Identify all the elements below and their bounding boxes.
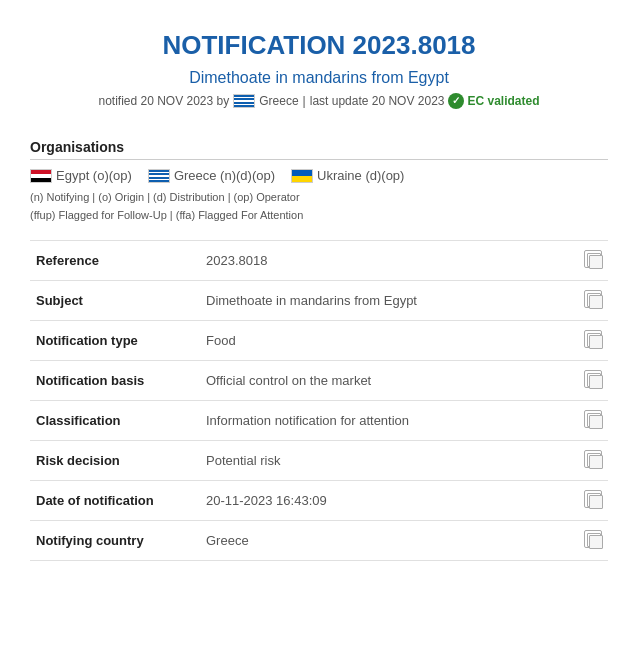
detail-value: Potential risk bbox=[200, 441, 578, 481]
legend-line1: (n) Notifying | (o) Origin | (d) Distrib… bbox=[30, 189, 608, 207]
ukraine-flag-icon bbox=[291, 169, 313, 183]
detail-table: Reference2023.8018SubjectDimethoate in m… bbox=[30, 240, 608, 561]
org-flags-list: Egypt (o)(op) Greece (n)(d)(op) Ukraine … bbox=[30, 168, 608, 183]
detail-label: Notification type bbox=[30, 321, 200, 361]
meta-separator: | bbox=[303, 94, 306, 108]
table-row: Notifying countryGreece bbox=[30, 521, 608, 561]
copy-icon[interactable] bbox=[584, 450, 602, 468]
copy-cell bbox=[578, 401, 608, 441]
detail-label: Reference bbox=[30, 241, 200, 281]
copy-icon[interactable] bbox=[584, 330, 602, 348]
organisations-section: Organisations Egypt (o)(op) Greece (n)(d… bbox=[30, 139, 608, 224]
detail-value: Greece bbox=[200, 521, 578, 561]
copy-icon[interactable] bbox=[584, 490, 602, 508]
notification-subtitle: Dimethoate in mandarins from Egypt bbox=[30, 69, 608, 87]
detail-value: 2023.8018 bbox=[200, 241, 578, 281]
table-row: SubjectDimethoate in mandarins from Egyp… bbox=[30, 281, 608, 321]
copy-cell bbox=[578, 481, 608, 521]
detail-label: Notification basis bbox=[30, 361, 200, 401]
detail-label: Notifying country bbox=[30, 521, 200, 561]
copy-cell bbox=[578, 321, 608, 361]
table-row: Notification typeFood bbox=[30, 321, 608, 361]
header-meta: notified 20 NOV 2023 by Greece | last up… bbox=[30, 93, 608, 109]
detail-label: Subject bbox=[30, 281, 200, 321]
greece-label: Greece (n)(d)(op) bbox=[174, 168, 275, 183]
greece-flag-icon-org bbox=[148, 169, 170, 183]
copy-icon[interactable] bbox=[584, 290, 602, 308]
greece-flag-icon bbox=[233, 94, 255, 108]
copy-icon[interactable] bbox=[584, 370, 602, 388]
copy-cell bbox=[578, 281, 608, 321]
notifying-country-name: Greece bbox=[259, 94, 298, 108]
meta-last-update: last update 20 NOV 2023 bbox=[310, 94, 445, 108]
organisations-title: Organisations bbox=[30, 139, 608, 160]
detail-label: Risk decision bbox=[30, 441, 200, 481]
org-ukraine: Ukraine (d)(op) bbox=[291, 168, 404, 183]
table-row: Notification basisOfficial control on th… bbox=[30, 361, 608, 401]
table-row: ClassificationInformation notification f… bbox=[30, 401, 608, 441]
egypt-flag-icon bbox=[30, 169, 52, 183]
page-title: NOTIFICATION 2023.8018 bbox=[30, 30, 608, 61]
org-greece: Greece (n)(d)(op) bbox=[148, 168, 275, 183]
copy-cell bbox=[578, 441, 608, 481]
copy-icon[interactable] bbox=[584, 530, 602, 548]
ukraine-label: Ukraine (d)(op) bbox=[317, 168, 404, 183]
ec-validated-label: EC validated bbox=[467, 94, 539, 108]
copy-cell bbox=[578, 241, 608, 281]
legend-line2: (ffup) Flagged for Follow-Up | (ffa) Fla… bbox=[30, 207, 608, 225]
table-row: Risk decisionPotential risk bbox=[30, 441, 608, 481]
copy-icon[interactable] bbox=[584, 410, 602, 428]
detail-label: Date of notification bbox=[30, 481, 200, 521]
ec-check-icon: ✓ bbox=[448, 93, 464, 109]
notifying-country-flag-wrap: Greece bbox=[233, 94, 298, 108]
detail-value: Food bbox=[200, 321, 578, 361]
detail-value: 20-11-2023 16:43:09 bbox=[200, 481, 578, 521]
table-row: Reference2023.8018 bbox=[30, 241, 608, 281]
meta-notified-text: notified 20 NOV 2023 by bbox=[98, 94, 229, 108]
ec-validated-badge: ✓ EC validated bbox=[448, 93, 539, 109]
detail-value: Information notification for attention bbox=[200, 401, 578, 441]
table-row: Date of notification20-11-2023 16:43:09 bbox=[30, 481, 608, 521]
detail-value: Dimethoate in mandarins from Egypt bbox=[200, 281, 578, 321]
org-egypt: Egypt (o)(op) bbox=[30, 168, 132, 183]
detail-value: Official control on the market bbox=[200, 361, 578, 401]
detail-label: Classification bbox=[30, 401, 200, 441]
copy-cell bbox=[578, 521, 608, 561]
copy-cell bbox=[578, 361, 608, 401]
copy-icon[interactable] bbox=[584, 250, 602, 268]
org-legend: (n) Notifying | (o) Origin | (d) Distrib… bbox=[30, 189, 608, 224]
egypt-label: Egypt (o)(op) bbox=[56, 168, 132, 183]
